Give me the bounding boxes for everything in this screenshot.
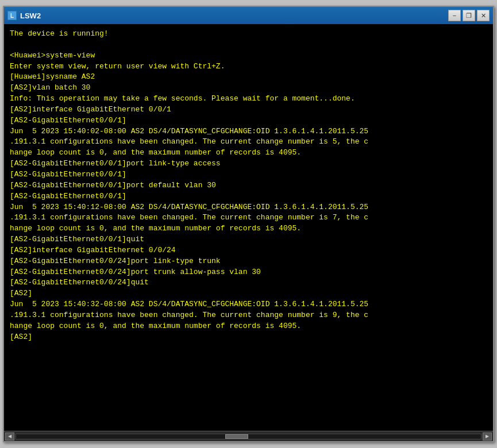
title-bar: L LSW2 − ❐ ✕	[4, 7, 493, 24]
scroll-thumb[interactable]	[225, 434, 248, 439]
window-title: LSW2	[20, 11, 41, 20]
terminal-output[interactable]: The device is running! <Huawei>system-vi…	[4, 24, 493, 431]
minimize-button[interactable]: −	[448, 10, 461, 21]
restore-button[interactable]: ❐	[463, 10, 475, 21]
close-button[interactable]: ✕	[477, 10, 490, 21]
scroll-left-arrow[interactable]: ◀	[5, 432, 14, 441]
terminal-window: L LSW2 − ❐ ✕ The device is running! <Hua…	[3, 6, 494, 442]
scroll-track[interactable]	[16, 434, 481, 439]
title-bar-left: L LSW2	[7, 11, 41, 20]
horizontal-scrollbar[interactable]: ◀ ▶	[4, 431, 493, 441]
scroll-right-arrow[interactable]: ▶	[483, 432, 492, 441]
title-bar-buttons: − ❐ ✕	[448, 10, 490, 21]
window-icon: L	[7, 11, 17, 20]
